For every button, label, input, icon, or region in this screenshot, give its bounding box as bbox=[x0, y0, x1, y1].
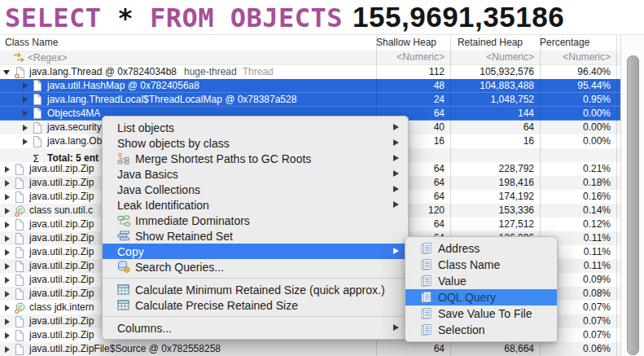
menu-item-show-objects-by-class[interactable]: Show objects by class bbox=[103, 135, 408, 151]
object-icon bbox=[33, 80, 44, 91]
percentage-cell: 0.06% bbox=[540, 342, 617, 356]
class-name-cell: java.util.zip.Zip bbox=[0, 287, 94, 301]
expand-arrow-icon[interactable] bbox=[3, 222, 11, 228]
expand-arrow-icon[interactable] bbox=[21, 125, 29, 131]
menu-item-java-basics[interactable]: Java Basics bbox=[103, 166, 408, 182]
class-name-cell: java.util.zip.Zip bbox=[0, 259, 94, 273]
column-header-percentage[interactable]: Percentage bbox=[540, 35, 617, 51]
expand-arrow-icon[interactable] bbox=[3, 305, 11, 311]
menu-item-calculate-precise-retained-size[interactable]: Calculate Precise Retained Size bbox=[103, 297, 408, 313]
menu-item-list-objects[interactable]: List objects bbox=[103, 120, 408, 135]
retained-heap-cell: 144 bbox=[450, 107, 540, 121]
class-name-cell: java.lang.Thread @ 0x7824034b8huge-threa… bbox=[0, 65, 274, 79]
menu-item-label: Immediate Dominators bbox=[135, 214, 250, 227]
thread-object-icon bbox=[15, 67, 26, 78]
class-icon: C bbox=[15, 205, 26, 217]
object-icon bbox=[15, 275, 26, 286]
submenu-item-oql-query[interactable]: OQL Query bbox=[405, 289, 557, 305]
collapse-arrow-icon[interactable] bbox=[3, 69, 11, 75]
expand-arrow-icon[interactable] bbox=[3, 235, 11, 242]
class-name-cell: java.lang.ThreadLocal$ThreadLocalMap @ 0… bbox=[0, 93, 296, 106]
expand-arrow-icon[interactable] bbox=[3, 319, 11, 325]
table-row[interactable]: java.util.zip.ZipFile$Source @ 0x7825582… bbox=[0, 342, 620, 356]
regex-filter-field[interactable]: <Regex> bbox=[28, 51, 68, 64]
menu-item-leak-identification[interactable]: Leak Identification bbox=[103, 197, 408, 213]
menu-item-label: List objects bbox=[117, 121, 174, 134]
class-name-label: java.util.zip.Zip bbox=[29, 162, 94, 176]
submenu-item-save-value-to-file[interactable]: Save Value To File bbox=[405, 305, 557, 322]
expand-arrow-icon[interactable] bbox=[3, 277, 11, 283]
retained-heap-cell: 68,664 bbox=[450, 342, 540, 356]
menu-item-merge-shortest-paths-to-gc-roots[interactable]: Merge Shortest Paths to GC Roots bbox=[103, 151, 408, 166]
menu-item-copy[interactable]: Copy bbox=[103, 244, 408, 259]
class-name-label: java.util.zip.Zip bbox=[29, 176, 94, 190]
submenu-arrow-icon bbox=[393, 201, 399, 208]
expand-arrow-icon[interactable] bbox=[3, 346, 11, 353]
menu-item-label: Java Collections bbox=[117, 183, 200, 196]
class-name-cell: Cclass sun.util.c bbox=[0, 204, 93, 218]
expand-arrow-icon[interactable] bbox=[3, 332, 11, 339]
menu-item-label: Show Retained Set bbox=[135, 230, 233, 243]
retained-heap-cell: 127,512 bbox=[450, 218, 540, 231]
percentage-filter-field[interactable]: <Numeric> bbox=[540, 51, 617, 64]
class-name-label: java.util.zip.Zip bbox=[29, 190, 94, 204]
expand-arrow-icon[interactable] bbox=[3, 194, 11, 200]
submenu-item-selection[interactable]: Selection bbox=[405, 322, 557, 338]
expand-arrow-icon[interactable] bbox=[3, 291, 11, 297]
menu-separator bbox=[103, 316, 408, 317]
search-queries-icon bbox=[117, 261, 131, 273]
table-row[interactable]: java.lang.Thread @ 0x7824034b8huge-threa… bbox=[0, 65, 620, 79]
percentage-cell: 0.18% bbox=[540, 176, 617, 190]
submenu-arrow-icon bbox=[393, 186, 399, 192]
menu-item-java-collections[interactable]: Java Collections bbox=[103, 182, 408, 197]
expand-arrow-icon[interactable] bbox=[21, 138, 29, 145]
retained-heap-cell: 104,883,488 bbox=[450, 79, 540, 93]
object-icon bbox=[15, 191, 26, 203]
object-icon bbox=[33, 108, 44, 119]
class-name-cell: Objects4MA bbox=[0, 107, 100, 120]
class-name-cell: java.lang.Ob bbox=[0, 134, 102, 148]
class-name-label: java.util.zip.Zip bbox=[29, 273, 94, 287]
retained-heap-cell: 1,048,752 bbox=[450, 93, 540, 107]
submenu-item-value[interactable]: Value bbox=[405, 273, 557, 289]
object-icon bbox=[15, 164, 26, 175]
class-icon: C bbox=[15, 302, 26, 314]
shallow-heap-filter-field[interactable]: <Numeric> bbox=[376, 51, 450, 64]
column-header-retained-heap[interactable]: Retained Heap bbox=[450, 35, 523, 51]
retained-heap-filter-field[interactable]: <Numeric> bbox=[450, 51, 540, 64]
table-row[interactable]: java.util.HashMap @ 0x7824056a848104,883… bbox=[0, 79, 620, 93]
sql-star: * bbox=[117, 2, 134, 33]
expand-arrow-icon[interactable] bbox=[3, 166, 11, 173]
scrollbar-thumb[interactable] bbox=[627, 55, 639, 355]
menu-item-label: Search Queries... bbox=[135, 261, 224, 274]
result-numbers: 155,9691,35186 bbox=[353, 1, 564, 33]
class-name-label: java.util.zip.Zip bbox=[29, 259, 94, 273]
expand-arrow-icon[interactable] bbox=[3, 263, 11, 270]
column-header-shallow-heap[interactable]: Shallow Heap bbox=[376, 35, 450, 51]
percentage-cell: 0.00% bbox=[540, 134, 617, 148]
retained-heap-cell bbox=[450, 148, 540, 162]
vertical-scrollbar[interactable] bbox=[620, 35, 644, 356]
retained-heap-cell: 228,792 bbox=[450, 162, 540, 176]
thread-type-tag: Thread bbox=[243, 65, 274, 79]
column-header-class-name[interactable]: Class Name bbox=[5, 35, 58, 51]
menu-item-show-retained-set[interactable]: Show Retained Set bbox=[103, 228, 408, 244]
menu-item-search-queries[interactable]: Search Queries... bbox=[103, 259, 408, 275]
class-name-label: java.util.HashMap @ 0x7824056a8 bbox=[47, 79, 199, 92]
expand-arrow-icon[interactable] bbox=[21, 110, 29, 116]
submenu-item-class-name[interactable]: Class Name bbox=[405, 257, 557, 273]
menu-item-immediate-dominators[interactable]: Immediate Dominators bbox=[103, 213, 408, 228]
expand-arrow-icon[interactable] bbox=[21, 82, 29, 89]
expand-arrow-icon[interactable] bbox=[3, 208, 11, 214]
table-row[interactable]: java.lang.ThreadLocal$ThreadLocalMap @ 0… bbox=[0, 93, 620, 107]
expand-arrow-icon[interactable] bbox=[3, 180, 11, 187]
percentage-cell: 0.00% bbox=[540, 107, 617, 121]
expand-arrow-icon[interactable] bbox=[3, 249, 11, 256]
submenu-item-address[interactable]: Address bbox=[405, 240, 557, 257]
expand-arrow-icon[interactable] bbox=[21, 96, 29, 103]
shallow-heap-cell: 112 bbox=[376, 65, 450, 79]
menu-item-calculate-minimum-retained-size-quick-approx[interactable]: Calculate Minimum Retained Size (quick a… bbox=[103, 282, 408, 297]
thread-name-tag: huge-thread bbox=[184, 65, 237, 79]
menu-item-columns[interactable]: Columns... bbox=[103, 320, 408, 336]
svg-text:C: C bbox=[18, 206, 23, 213]
